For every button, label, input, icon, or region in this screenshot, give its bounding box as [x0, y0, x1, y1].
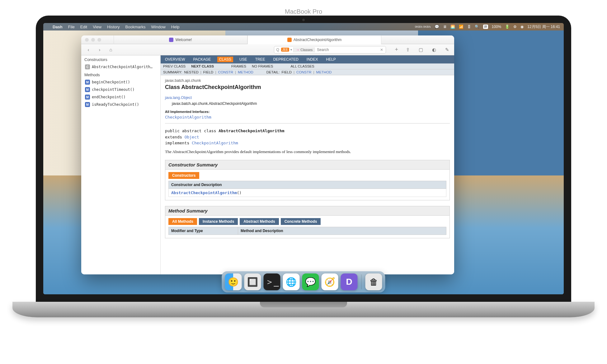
home-button[interactable]: ⌂: [107, 46, 115, 53]
object-link[interactable]: Object: [185, 135, 199, 139]
class-description: The AbstractCheckpointAlgorithm provides…: [165, 149, 450, 154]
nav-package[interactable]: PACKAGE: [191, 57, 213, 62]
menu-window[interactable]: Window: [151, 25, 166, 29]
instance-methods-pill[interactable]: Instance Methods: [199, 218, 238, 225]
class-badge-icon: C: [85, 64, 90, 69]
zoom-button[interactable]: [97, 38, 101, 42]
sidebar-item-constructor[interactable]: C AbstractCheckpointAlgorith…: [81, 63, 160, 71]
wifi-icon[interactable]: 📶: [459, 25, 463, 29]
close-button[interactable]: [85, 38, 89, 42]
tab-label: Welcome!: [175, 38, 192, 42]
checkpoint-algorithm-link-2[interactable]: CheckpointAlgorithm: [192, 141, 238, 145]
menubar-app-name[interactable]: Dash: [53, 25, 63, 29]
menu-edit[interactable]: Edit: [80, 25, 87, 29]
display-icon[interactable]: 🖥: [443, 25, 447, 29]
terminal-icon[interactable]: ＞_: [264, 273, 280, 290]
share-icon[interactable]: ⇪: [404, 46, 412, 53]
classes-filter[interactable]: Classes: [293, 47, 315, 52]
tools-icon[interactable]: 🎛: [467, 25, 471, 29]
book-icon[interactable]: ▢: [417, 46, 425, 53]
launchpad-icon[interactable]: 🔲: [244, 273, 261, 290]
inherit-object-link[interactable]: java.lang.Object: [165, 96, 192, 100]
appearance-icon[interactable]: ◐: [430, 46, 438, 53]
dropdown-icon[interactable]: ▾: [289, 48, 293, 51]
menu-file[interactable]: File: [68, 25, 75, 29]
inheritance-tree: java.lang.Object javax.batch.api.chunk.A…: [165, 95, 450, 107]
nav-class[interactable]: CLASS: [217, 57, 233, 62]
sidebar-item-method[interactable]: M endCheckpoint(): [81, 93, 160, 101]
dash-icon[interactable]: D: [341, 273, 358, 290]
forward-button[interactable]: ›: [96, 46, 104, 53]
package-name: javax.batch.api.chunk: [165, 78, 450, 83]
nav-help[interactable]: HELP: [324, 57, 337, 62]
nav-tree[interactable]: TREE: [253, 57, 267, 62]
allclasses-link[interactable]: ALL CLASSES: [290, 64, 314, 68]
photos-icon[interactable]: 🌅: [450, 25, 455, 29]
new-tab-button[interactable]: +: [392, 46, 401, 53]
nav-overview[interactable]: OVERVIEW: [163, 57, 187, 62]
edit-icon[interactable]: ✎: [443, 46, 451, 53]
constructors-pill[interactable]: Constructors: [168, 172, 199, 179]
sidebar-item-label: endCheckpoint(): [92, 95, 125, 99]
method-summary-box: Method Summary All Methods Instance Meth…: [165, 206, 450, 238]
constructor-col-header: Constructor and Description: [169, 181, 446, 189]
constructor-link[interactable]: AbstractCheckpointAlgorithm: [171, 190, 237, 195]
menu-help[interactable]: Help: [171, 25, 180, 29]
noframes-link[interactable]: NO FRAMES: [252, 64, 273, 68]
implemented-interfaces-label: All Implemented Interfaces:: [165, 110, 450, 114]
detail-constr-link[interactable]: CONSTR: [296, 70, 312, 74]
javadoc-nav-summary: SUMMARY: NESTED| FIELD| CONSTR| METHOD D…: [161, 69, 454, 75]
summary-constr-link[interactable]: CONSTR: [218, 70, 233, 74]
nav-deprecated[interactable]: DEPRECATED: [271, 57, 300, 62]
detail-field: FIELD: [281, 70, 292, 74]
inherit-self: javax.batch.api.chunk.AbstractCheckpoint…: [165, 101, 450, 107]
menu-view[interactable]: View: [93, 25, 101, 29]
sidebar-item-method[interactable]: M isReadyToCheckpoint(): [81, 101, 160, 108]
tab-welcome[interactable]: Welcome!: [114, 35, 247, 44]
chrome-icon[interactable]: 🌐: [283, 273, 300, 290]
frames-link[interactable]: FRAMES: [231, 64, 246, 68]
search-input[interactable]: [315, 48, 378, 52]
nav-index[interactable]: INDEX: [305, 57, 320, 62]
menu-bookmarks[interactable]: Bookmarks: [125, 25, 146, 29]
titlebar: Welcome! AbstractCheckpointAlgorithm: [81, 35, 454, 44]
trash-icon[interactable]: 🗑: [365, 273, 382, 290]
detail-method-link[interactable]: METHOD: [316, 70, 332, 74]
wechat-icon[interactable]: 💬: [435, 25, 439, 29]
laptop-label: MacBook Pro: [36, 8, 571, 15]
nav-use[interactable]: USE: [238, 57, 249, 62]
macos-menubar: Dash File Edit View History Bookmarks Wi…: [43, 23, 564, 30]
search-box[interactable]: Q JEE ▾ Classes ✕: [274, 46, 386, 54]
siri-icon[interactable]: ◉: [520, 25, 524, 29]
back-button[interactable]: ‹: [84, 46, 92, 53]
method-summary-title: Method Summary: [165, 206, 449, 216]
sidebar-item-label: beginCheckpoint(): [92, 80, 130, 84]
clear-icon[interactable]: ✕: [378, 48, 386, 52]
prev-class-link[interactable]: PREV CLASS: [163, 64, 186, 68]
safari-icon[interactable]: 🧭: [322, 273, 338, 290]
next-class-link[interactable]: NEXT CLASS: [191, 64, 214, 68]
finder-icon[interactable]: 🙂: [225, 273, 242, 290]
menu-history[interactable]: History: [107, 25, 120, 29]
battery-icon[interactable]: 🔋: [505, 25, 510, 29]
summary-method-link[interactable]: METHOD: [238, 70, 253, 74]
sidebar: Constructors C AbstractCheckpointAlgorit…: [81, 55, 161, 274]
concrete-methods-pill[interactable]: Concrete Methods: [281, 218, 321, 225]
ime-badge[interactable]: 拼: [483, 25, 488, 29]
sidebar-item-method[interactable]: M checkpointTimeout(): [81, 86, 160, 93]
dock: 🙂 🔲 ＞_ 🌐 💬 🧭 D 🗑: [222, 271, 385, 292]
sidebar-item-label: AbstractCheckpointAlgorith…: [92, 65, 153, 69]
tab-abstractcheckpoint[interactable]: AbstractCheckpointAlgorithm: [247, 35, 381, 44]
control-center-icon[interactable]: ⚙: [513, 25, 517, 29]
battery-label: 100%: [492, 25, 501, 29]
wechat-icon[interactable]: 💬: [302, 273, 319, 290]
all-methods-pill[interactable]: All Methods: [168, 218, 197, 225]
screen-bezel: Dash File Edit View History Bookmarks Wi…: [36, 16, 571, 302]
sidebar-item-method[interactable]: M beginCheckpoint(): [81, 78, 160, 86]
abstract-methods-pill[interactable]: Abstract Methods: [240, 218, 279, 225]
clock[interactable]: 12月5日 周一 16:41: [527, 24, 560, 30]
search-icon[interactable]: 🔍: [475, 25, 479, 29]
docset-badge[interactable]: JEE: [281, 48, 289, 52]
checkpoint-algorithm-link[interactable]: CheckpointAlgorithm: [165, 115, 211, 119]
minimize-button[interactable]: [91, 38, 95, 42]
